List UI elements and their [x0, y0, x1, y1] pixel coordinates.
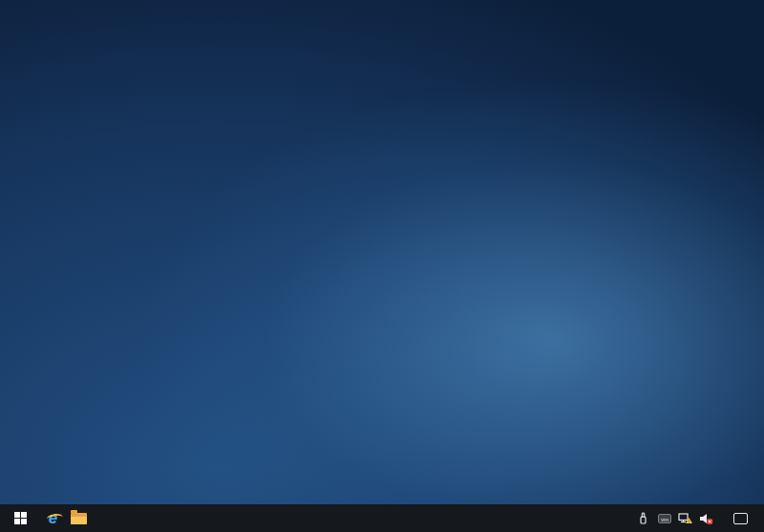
internet-explorer-icon: e	[49, 510, 57, 526]
svg-text:vm: vm	[661, 516, 668, 521]
network-warning-icon[interactable]: !	[678, 511, 692, 525]
action-center-icon[interactable]	[733, 513, 748, 524]
system-tray: vm !	[630, 504, 764, 532]
svg-text:!: !	[689, 518, 690, 523]
desktop: { "desktop": { "icons": [ { "id": "recyc…	[0, 0, 764, 532]
start-button[interactable]	[0, 504, 40, 532]
taskbar: e vm !	[0, 504, 764, 532]
windows-logo-icon	[14, 512, 27, 524]
file-explorer-icon	[71, 513, 87, 524]
internet-explorer-button[interactable]: e	[40, 504, 66, 532]
file-explorer-button[interactable]	[66, 504, 92, 532]
vm-icon[interactable]: vm	[657, 511, 671, 525]
usb-icon[interactable]	[636, 511, 650, 525]
volume-muted-icon[interactable]	[699, 511, 713, 525]
